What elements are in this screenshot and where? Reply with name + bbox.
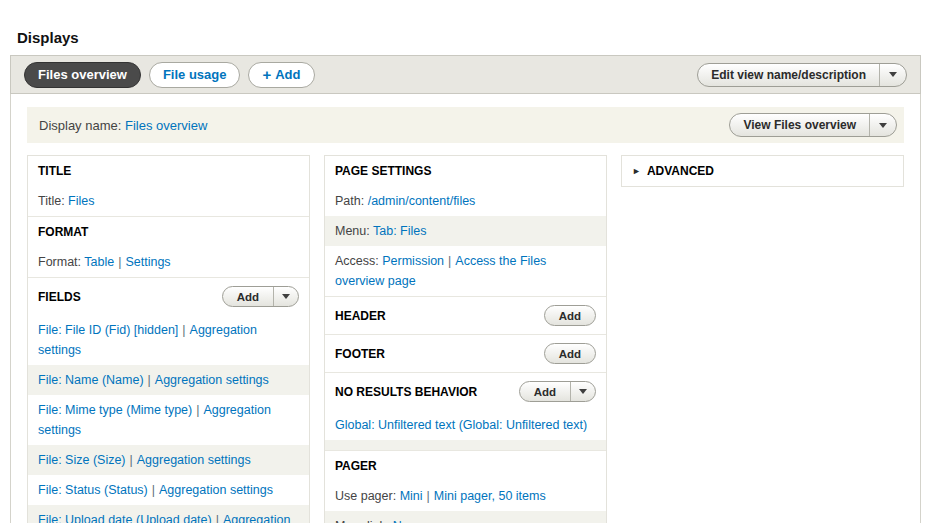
- field-row-file-id: File: File ID (Fid) [hidden]|Aggregation…: [28, 315, 309, 365]
- pager-settings-link[interactable]: Mini pager, 50 items: [434, 489, 546, 503]
- fields-section-heading: FIELDS Add: [28, 278, 309, 315]
- tab-files-overview-label: Files overview: [38, 67, 127, 82]
- view-edit-panel: Display name: Files overview View Files …: [10, 94, 921, 523]
- no-results-row: Global: Unfiltered text (Global: Unfilte…: [325, 410, 606, 440]
- field-link[interactable]: File: Size (Size): [38, 453, 126, 467]
- separator: |: [178, 323, 189, 337]
- path-link[interactable]: /admin/content/files: [368, 194, 476, 208]
- fields-add-dropdown-toggle[interactable]: [273, 287, 298, 306]
- tab-file-usage[interactable]: File usage: [149, 62, 241, 88]
- add-display-label: Add: [275, 67, 300, 82]
- footer-section: FOOTER Add: [325, 334, 606, 372]
- format-table-link[interactable]: Table: [84, 255, 114, 269]
- page-title: Displays: [17, 29, 935, 46]
- right-column: ► ADVANCED: [621, 155, 904, 187]
- path-row: Path: /admin/content/files: [325, 186, 606, 216]
- field-row-upload-date: File: Upload date (Upload date)|Aggregat…: [28, 505, 309, 523]
- more-link-label: More link:: [335, 519, 389, 523]
- settings-columns: TITLE Title: Files FORMAT Format: Table|…: [27, 155, 904, 523]
- header-section: HEADER Add: [325, 296, 606, 334]
- field-row-name: File: Name (Name)|Aggregation settings: [28, 365, 309, 395]
- global-unfiltered-text-link[interactable]: Global: Unfiltered text (Global: Unfilte…: [335, 418, 587, 432]
- middle-column: PAGE SETTINGS Path: /admin/content/files…: [324, 155, 607, 523]
- page-settings-section: PAGE SETTINGS Path: /admin/content/files…: [325, 156, 606, 296]
- plus-icon: +: [262, 67, 271, 82]
- display-name-link[interactable]: Files overview: [125, 118, 207, 133]
- format-heading-label: FORMAT: [38, 225, 88, 239]
- add-display-button[interactable]: + Add: [248, 62, 314, 88]
- footer-add-button[interactable]: Add: [545, 344, 595, 363]
- display-name-label: Display name:: [39, 118, 121, 133]
- use-pager-row: Use pager: Mini|Mini pager, 50 items: [325, 481, 606, 511]
- path-label: Path:: [335, 194, 364, 208]
- format-settings-link[interactable]: Settings: [125, 255, 170, 269]
- aggregation-settings-link[interactable]: Aggregation settings: [159, 483, 273, 497]
- title-section-heading: TITLE: [28, 156, 309, 186]
- title-label: Title:: [38, 194, 65, 208]
- title-heading-label: TITLE: [38, 164, 71, 178]
- more-link-row: More link: No: [325, 511, 606, 523]
- header-section-heading: HEADER Add: [325, 297, 606, 334]
- no-results-heading: NO RESULTS BEHAVIOR Add: [325, 373, 606, 410]
- title-section: TITLE Title: Files: [28, 156, 309, 216]
- field-link[interactable]: File: Status (Status): [38, 483, 148, 497]
- separator: |: [444, 254, 455, 268]
- display-name-bar: Display name: Files overview View Files …: [27, 107, 904, 143]
- field-row-mime-type: File: Mime type (Mime type)|Aggregation …: [28, 395, 309, 445]
- tab-files-overview[interactable]: Files overview: [24, 62, 141, 88]
- fields-add-button[interactable]: Add: [223, 287, 273, 306]
- pager-heading-label: PAGER: [335, 459, 377, 473]
- chevron-down-icon: [282, 294, 290, 299]
- field-link[interactable]: File: File ID (Fid) [hidden]: [38, 323, 178, 337]
- field-link[interactable]: File: Mime type (Mime type): [38, 403, 192, 417]
- footer-add-button-group: Add: [544, 343, 596, 364]
- no-results-add-button-group: Add: [519, 381, 596, 402]
- format-row: Format: Table|Settings: [28, 247, 309, 277]
- page-settings-heading: PAGE SETTINGS: [325, 156, 606, 186]
- use-pager-label: Use pager:: [335, 489, 396, 503]
- separator: |: [148, 483, 159, 497]
- left-column: TITLE Title: Files FORMAT Format: Table|…: [27, 155, 310, 523]
- chevron-down-icon: [879, 123, 887, 128]
- title-value-link[interactable]: Files: [68, 194, 94, 208]
- header-add-button[interactable]: Add: [545, 306, 595, 325]
- chevron-down-icon: [889, 72, 897, 77]
- edit-view-dropdown-toggle[interactable]: [879, 64, 906, 86]
- tab-file-usage-label: File usage: [163, 67, 227, 82]
- more-link-value-link[interactable]: No: [393, 519, 409, 523]
- view-files-overview-button[interactable]: View Files overview: [730, 114, 869, 136]
- page-settings-heading-label: PAGE SETTINGS: [335, 164, 431, 178]
- fields-section: FIELDS Add File: File ID (Fid) [hidden]|…: [28, 277, 309, 523]
- edit-view-name-description-button[interactable]: Edit view name/description: [698, 64, 879, 86]
- footer-heading-label: FOOTER: [335, 347, 385, 361]
- field-row-size: File: Size (Size)|Aggregation settings: [28, 445, 309, 475]
- aggregation-settings-link[interactable]: Aggregation settings: [137, 453, 251, 467]
- no-results-add-button[interactable]: Add: [520, 382, 570, 401]
- header-heading-label: HEADER: [335, 309, 386, 323]
- pager-heading: PAGER: [325, 451, 606, 481]
- collapsed-arrow-icon: ►: [632, 166, 641, 176]
- menu-label: Menu:: [335, 224, 370, 238]
- pager-section: PAGER Use pager: Mini|Mini pager, 50 ite…: [325, 450, 606, 523]
- access-row: Access: Permission|Access the Files over…: [325, 246, 606, 296]
- use-pager-mini-link[interactable]: Mini: [400, 489, 423, 503]
- view-files-overview-dropdown-toggle[interactable]: [869, 114, 896, 136]
- view-files-overview-button-group: View Files overview: [729, 113, 897, 137]
- title-row: Title: Files: [28, 186, 309, 216]
- footer-section-heading: FOOTER Add: [325, 335, 606, 372]
- separator: |: [126, 453, 137, 467]
- access-permission-link[interactable]: Permission: [382, 254, 444, 268]
- fields-add-button-group: Add: [222, 286, 299, 307]
- header-add-button-group: Add: [544, 305, 596, 326]
- advanced-toggle[interactable]: ► ADVANCED: [622, 156, 903, 186]
- field-link[interactable]: File: Name (Name): [38, 373, 144, 387]
- access-label: Access:: [335, 254, 379, 268]
- format-label: Format:: [38, 255, 81, 269]
- edit-view-name-description-button-group: Edit view name/description: [697, 63, 907, 87]
- separator: |: [144, 373, 155, 387]
- menu-link[interactable]: Tab: Files: [373, 224, 427, 238]
- field-link[interactable]: File: Upload date (Upload date): [38, 513, 212, 523]
- no-results-add-dropdown-toggle[interactable]: [570, 382, 595, 401]
- aggregation-settings-link[interactable]: Aggregation settings: [155, 373, 269, 387]
- displays-tab-bar: Files overview File usage + Add Edit vie…: [10, 55, 921, 94]
